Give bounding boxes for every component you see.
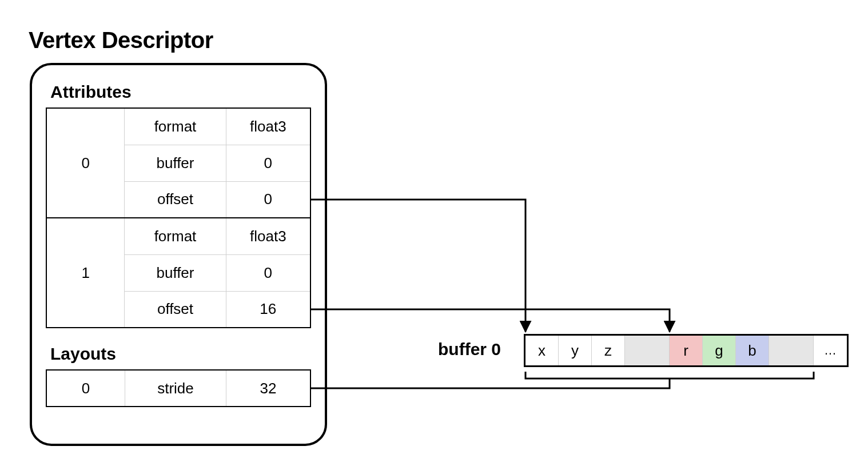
- layouts-table: 0 stride 32: [46, 369, 311, 407]
- table-row: 0 stride 32: [46, 370, 310, 407]
- attribute-index: 0: [46, 108, 125, 218]
- attr-key: offset: [125, 291, 226, 328]
- table-row: 1 format float3: [46, 218, 310, 254]
- buffer-cell: z: [592, 336, 625, 365]
- table-row: 0 format float3: [46, 108, 310, 145]
- attr-key: offset: [125, 181, 226, 218]
- buffer-cell: x: [525, 336, 559, 365]
- buffer-cell: r: [670, 336, 703, 365]
- buffer-label: buffer 0: [438, 340, 501, 359]
- attr-key: format: [125, 218, 226, 254]
- diagram-title: Vertex Descriptor: [29, 27, 213, 53]
- attr-key: format: [125, 108, 226, 145]
- buffer-cell-ellipsis: …: [814, 336, 847, 365]
- buffer-row: x y z r g b …: [524, 334, 849, 367]
- attr-key: buffer: [125, 145, 226, 181]
- attr-value: float3: [226, 108, 310, 145]
- buffer-cell-pad: [769, 336, 814, 365]
- buffer-cell: g: [703, 336, 736, 365]
- attr-value: 16: [226, 291, 310, 328]
- attributes-heading: Attributes: [50, 82, 311, 102]
- attr-value: 0: [226, 254, 310, 291]
- buffer-cell-pad: [625, 336, 670, 365]
- buffer-cell: y: [559, 336, 592, 365]
- layouts-heading: Layouts: [50, 344, 311, 364]
- layout-index: 0: [46, 370, 125, 407]
- attr-value: 0: [226, 145, 310, 181]
- layout-value: 32: [226, 370, 310, 407]
- attributes-table: 0 format float3 buffer 0 offset 0 1 form…: [46, 107, 311, 328]
- attr-value: float3: [226, 218, 310, 254]
- attribute-index: 1: [46, 218, 125, 328]
- buffer-cell: b: [736, 336, 769, 365]
- attr-value: 0: [226, 181, 310, 218]
- attr-key: buffer: [125, 254, 226, 291]
- layout-key: stride: [125, 370, 226, 407]
- vertex-descriptor-box: Attributes 0 format float3 buffer 0 offs…: [30, 63, 327, 446]
